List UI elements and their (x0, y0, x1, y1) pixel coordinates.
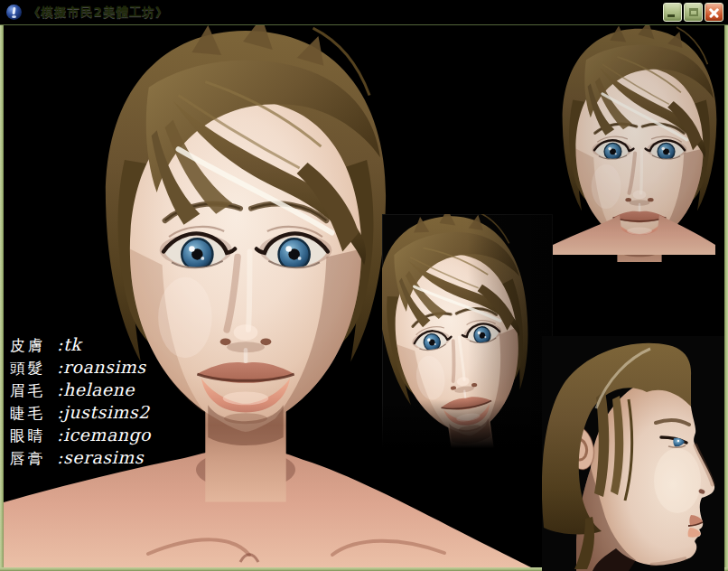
credit-label: 睫毛 (10, 402, 57, 425)
credit-hair: 頭髮 :roansims (10, 356, 151, 379)
credit-value: :roansims (57, 356, 146, 379)
maximize-icon (689, 8, 698, 16)
credit-label: 眼睛 (10, 425, 57, 447)
credit-label: 唇膏 (10, 447, 57, 470)
credit-eyes: 眼睛 :icemango (10, 424, 151, 446)
credit-value: :serasims (57, 446, 144, 469)
close-button[interactable] (705, 3, 723, 22)
minimize-icon (667, 14, 675, 17)
maximize-button[interactable] (684, 3, 703, 22)
minimize-button[interactable] (663, 3, 682, 22)
credit-value: :helaene (57, 379, 135, 401)
portrait-middle-three-quarter (382, 214, 553, 454)
credit-value: :tk (57, 333, 81, 356)
credit-brows: 眉毛 :helaene (10, 379, 151, 401)
window-border-left (0, 25, 4, 571)
credit-label: 眉毛 (10, 379, 57, 402)
credit-lashes: 睫毛 :justsims2 (10, 401, 151, 424)
credit-value: :justsims2 (57, 401, 150, 424)
window-border-right (724, 25, 728, 571)
credit-label: 頭髮 (10, 357, 57, 379)
app-icon[interactable] (6, 5, 22, 20)
window-controls (663, 3, 723, 22)
credit-value: :icemango (57, 424, 151, 446)
credit-skin: 皮膚 :tk (10, 333, 151, 356)
credit-label: 皮膚 (10, 334, 57, 357)
title-bar[interactable]: 《模擬市民2美體工坊》 (0, 0, 728, 25)
portrait-bottom-right-profile (542, 336, 724, 571)
credits-list: 皮膚 :tk 頭髮 :roansims 眉毛 :helaene 睫毛 :just… (10, 333, 151, 469)
portrait-top-right-front-small (542, 25, 724, 262)
credit-lipstick: 唇膏 :serasims (10, 446, 151, 469)
window-title: 《模擬市民2美體工坊》 (28, 5, 168, 21)
bodyshop-window: 《模擬市民2美體工坊》 (0, 0, 728, 571)
